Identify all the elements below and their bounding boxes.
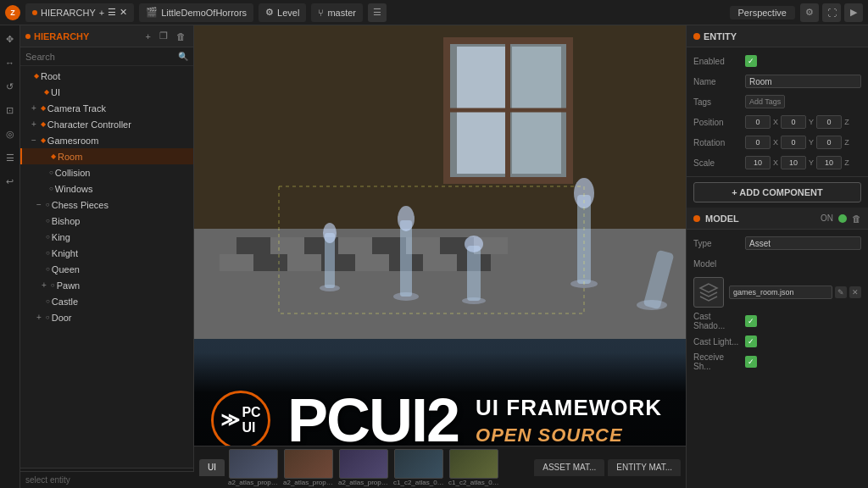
viewport[interactable]: ≫ PC UI PCUI2 UI FRAMEWORK OPEN SOURCE [194,25,686,488]
scale-tool[interactable]: ⊡ [2,102,19,119]
asset-preview-3 [339,449,388,479]
translate-tool[interactable]: ↔ [2,54,19,71]
tree-item-bishop[interactable]: ○ Bishop [20,213,193,229]
king-label: King [52,232,70,242]
pos-x-field[interactable] [745,115,771,129]
tree-item-king[interactable]: ○ King [20,229,193,245]
asset-item-5[interactable]: c1_c2_atlas_01_... [448,449,500,486]
main-layout: ✥ ↔ ↺ ⊡ ◎ ☰ ↩ HIERARCHY + ❐ 🗑 🔍 ◆ Root [0,25,868,488]
tree-item-gamesroom[interactable]: − ◆ Gamesroom [20,132,193,148]
file-tab[interactable]: 🎬 LittleDemoOfHorrors [139,3,253,22]
hierarchy-panel: HIERARCHY + ❐ 🗑 🔍 ◆ Root ◆ UI [20,25,194,488]
master-label: master [327,8,356,18]
master-tab[interactable]: ⑂ master [311,3,363,22]
collision-label: Collision [55,168,91,178]
hierarchy-menu-icon[interactable]: ☰ [108,7,116,18]
tree-item-pawn[interactable]: + ○ Pawn [20,277,193,293]
pos-y-field[interactable] [781,115,806,129]
model-delete-btn[interactable]: 🗑 [852,214,861,224]
model-file-field[interactable] [729,286,832,299]
wm-subtitle: UI FRAMEWORK [476,395,662,421]
wm-main-text: PCUI2 [287,393,459,448]
tree-item-room[interactable]: ◆ Room [20,148,193,164]
tree-item-castle[interactable]: ○ Castle [20,293,193,309]
tree-item-ui[interactable]: ◆ UI [20,84,193,100]
asset-item-2[interactable]: a2_atlas_props_... [282,449,335,486]
asset-preview-1 [229,449,278,479]
svg-point-34 [465,236,483,252]
tree-item-chess-pieces[interactable]: − ○ Chess Pieces [20,197,193,213]
name-field[interactable] [745,75,861,88]
add-component-button[interactable]: + ADD COMPONENT [693,182,861,202]
camera-expand-btn[interactable]: + [29,103,39,113]
hierarchy-tab[interactable]: HIERARCHY + ☰ ✕ [25,3,134,22]
left-toolbar: ✥ ↔ ↺ ⊡ ◎ ☰ ↩ [0,25,20,488]
cast-shadow-row: Cast Shado... ✓ [693,313,861,330]
cast-shadow-label: Cast Shado... [693,312,740,330]
model-on-indicator[interactable] [838,214,847,223]
add-tags-button[interactable]: Add Tags [745,95,785,108]
transform-tool[interactable]: ✥ [2,30,19,47]
cast-shadow-checkbox[interactable]: ✓ [745,315,757,327]
scale-z-field[interactable] [816,156,842,169]
tree-item-root[interactable]: ◆ Root [20,68,193,84]
hierarchy-close-icon[interactable]: ✕ [120,7,127,18]
entity-mat-tab[interactable]: ENTITY MAT... [608,459,681,476]
hierarchy-add-icon[interactable]: + [99,8,104,18]
cast-light-checkbox[interactable]: ✓ [745,336,757,347]
pawn-expand-btn[interactable]: + [39,280,49,290]
hierarchy-add-btn[interactable]: + [143,30,153,42]
model-clear-btn[interactable]: ✕ [849,286,861,298]
rot-y-field[interactable] [781,136,806,149]
svg-rect-30 [400,220,412,297]
search-input[interactable] [25,52,178,62]
tree-item-queen[interactable]: ○ Queen [20,261,193,277]
enabled-checkbox[interactable]: ✓ [745,55,757,67]
cast-light-label: Cast Light... [693,337,740,347]
tree-item-collision[interactable]: ○ Collision [20,164,193,180]
pos-z-field[interactable] [816,115,842,129]
asset-item-4[interactable]: c1_c2_atlas_01_... [392,449,445,486]
asset-tab-ui[interactable]: UI [199,459,225,476]
type-field[interactable] [745,236,861,250]
tree-item-knight[interactable]: ○ Knight [20,245,193,261]
tree-item-camera-track[interactable]: + ◆ Camera Track [20,100,193,116]
hierarchy-accent-dot [25,34,31,39]
rot-z-field[interactable] [816,136,842,149]
perspective-label: Perspective [738,8,787,18]
fullscreen-icon[interactable]: ⛶ [822,3,841,22]
tree-item-door[interactable]: + ○ Door [20,309,193,325]
model-edit-btn[interactable]: ✎ [835,286,847,298]
scale-y-field[interactable] [781,156,806,169]
model-header: MODEL ON 🗑 [687,208,868,230]
settings-icon[interactable]: ⚙ [800,3,819,22]
rot-x-field[interactable] [745,136,771,149]
undo-tool[interactable]: ↩ [2,173,19,190]
asset-name-1: a2_atlas_props_... [228,479,279,486]
asset-item-3[interactable]: a2_atlas_props_... [337,449,390,486]
wm-logo: ≫ PC UI [211,391,270,450]
door-expand-btn[interactable]: + [34,313,44,322]
scale-x-field[interactable] [745,156,771,169]
logo-text: Z [10,8,15,17]
perspective-btn[interactable]: Perspective [730,6,795,19]
character-expand-btn[interactable]: + [29,119,39,129]
rotate-tool[interactable]: ↺ [2,78,19,95]
svg-rect-22 [355,254,389,271]
receive-shadow-checkbox[interactable]: ✓ [745,356,757,368]
play-icon[interactable]: ▶ [844,3,863,22]
tree-item-character-controller[interactable]: + ◆ Character Controller [20,116,193,132]
snap-tool[interactable]: ◎ [2,125,19,142]
hierarchy-collapse-btn[interactable]: ❐ [157,30,170,42]
menu-button[interactable]: ☰ [368,3,387,22]
search-icon: 🔍 [178,52,188,61]
asset-item-1[interactable]: a2_atlas_props_... [227,449,280,486]
layers-tool[interactable]: ☰ [2,149,19,166]
gamesroom-collapse-btn[interactable]: − [29,136,39,145]
tree-item-windows[interactable]: ○ Windows [20,180,193,197]
chess-collapse-btn[interactable]: − [34,200,44,209]
asset-mat-tab[interactable]: ASSET MAT... [534,459,604,476]
hierarchy-delete-btn[interactable]: 🗑 [174,30,188,42]
level-tab[interactable]: ⚙ Level [259,3,306,22]
svg-rect-20 [287,254,321,271]
